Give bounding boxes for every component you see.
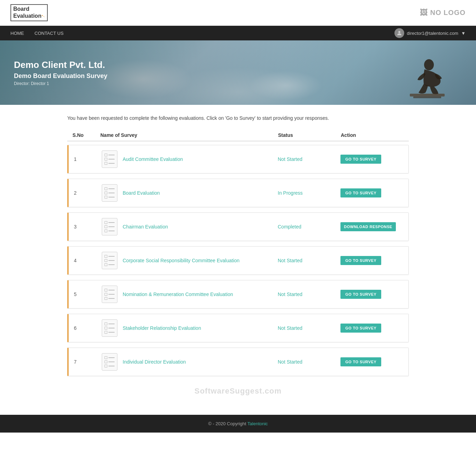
table-row: 6 — [67, 314, 409, 342]
status-badge: In Progress — [278, 190, 340, 196]
nav-contact[interactable]: CONTACT US — [34, 26, 63, 40]
survey-icon — [102, 319, 117, 337]
survey-name[interactable]: Corporate Social Responsibility Committe… — [123, 258, 239, 263]
survey-name[interactable]: Stakeholder Relationship Evaluation — [123, 325, 201, 331]
survey-icon — [102, 184, 117, 202]
footer-brand[interactable]: Talentonic — [247, 421, 268, 426]
table-header: S.No Name of Survey Status Action — [67, 130, 409, 141]
watermark: SoftwareSuggest.com — [67, 381, 409, 397]
go-to-survey-button[interactable]: GO TO SURVEY — [340, 188, 381, 197]
go-to-survey-button[interactable]: GO TO SURVEY — [340, 155, 381, 164]
status-badge: Not Started — [278, 325, 340, 331]
nav-bar: HOME CONTACT US director1@talentonic.com… — [0, 26, 476, 40]
row-action: DOWNLOAD RESPONSE — [340, 222, 403, 231]
row-survey-info: Nomination & Remuneration Committee Eval… — [102, 286, 278, 303]
no-logo-text: NO LOGO — [430, 9, 466, 17]
footer: © - 2020 Copyright Talentonic — [0, 415, 476, 433]
survey-name[interactable]: Audit Committee Evaluation — [123, 156, 183, 162]
svg-point-1 — [424, 59, 434, 70]
svg-rect-3 — [413, 96, 441, 98]
col-action: Action — [341, 132, 404, 138]
instruction-text: You have been requested to complete the … — [67, 115, 409, 121]
nav-home[interactable]: HOME — [10, 26, 24, 40]
row-survey-info: Audit Committee Evaluation — [102, 150, 278, 168]
row-number: 4 — [74, 258, 102, 263]
avatar — [394, 28, 404, 38]
survey-icon — [102, 286, 117, 303]
row-number: 5 — [74, 292, 102, 297]
row-action: GO TO SURVEY — [340, 256, 403, 265]
row-survey-info: Stakeholder Relationship Evaluation — [102, 319, 278, 337]
row-number: 6 — [74, 325, 102, 331]
survey-list: 1 — [67, 145, 409, 376]
survey-name[interactable]: Chairman Evaluation — [123, 224, 168, 230]
col-sno: S.No — [72, 132, 100, 138]
image-icon: 🖼 — [420, 8, 428, 17]
hero-survey: Demo Board Evaluation Survey — [14, 72, 107, 80]
survey-name[interactable]: Individual Director Evaluation — [123, 359, 186, 365]
status-badge: Not Started — [278, 292, 340, 297]
survey-icon — [102, 218, 117, 235]
table-row: 7 — [67, 348, 409, 376]
main-content: You have been requested to complete the … — [46, 105, 430, 408]
hero-figure — [399, 49, 455, 105]
row-survey-info: Chairman Evaluation — [102, 218, 278, 235]
status-badge: Not Started — [278, 359, 340, 365]
survey-name[interactable]: Board Evaluation — [123, 190, 160, 196]
no-logo-area: 🖼 NO LOGO — [420, 8, 466, 17]
table-row: 4 — [67, 246, 409, 275]
logo-line2: Evaluation··· — [13, 12, 45, 20]
hero-company: Demo Client Pvt. Ltd. — [14, 60, 107, 70]
nav-user: director1@talentonic.com ▼ — [394, 28, 466, 38]
row-action: GO TO SURVEY — [340, 290, 403, 299]
table-row: 5 — [67, 280, 409, 309]
row-survey-info: Board Evaluation — [102, 184, 278, 202]
top-header: Board Evaluation··· 🖼 NO LOGO — [0, 0, 476, 26]
col-status: Status — [278, 132, 341, 138]
logo-line1: Board — [13, 6, 45, 12]
dropdown-icon[interactable]: ▼ — [461, 31, 466, 36]
survey-icon — [102, 150, 117, 168]
row-survey-info: Corporate Social Responsibility Committe… — [102, 252, 278, 269]
footer-copyright: © - 2020 Copyright — [208, 421, 247, 426]
table-row: 1 — [67, 145, 409, 173]
go-to-survey-button[interactable]: GO TO SURVEY — [340, 256, 381, 265]
row-number: 3 — [74, 224, 102, 230]
survey-icon — [102, 252, 117, 269]
hero-banner: Demo Client Pvt. Ltd. Demo Board Evaluat… — [0, 40, 476, 105]
row-action: GO TO SURVEY — [340, 324, 403, 333]
table-row: 3 — [67, 212, 409, 241]
svg-rect-2 — [410, 94, 445, 96]
row-action: GO TO SURVEY — [340, 188, 403, 197]
col-name: Name of Survey — [100, 132, 278, 138]
status-badge: Not Started — [278, 258, 340, 263]
nav-links: HOME CONTACT US — [10, 26, 63, 40]
svg-point-0 — [398, 31, 400, 33]
row-number: 7 — [74, 359, 102, 365]
row-action: GO TO SURVEY — [340, 155, 403, 164]
hero-director: Director: Director 1 — [14, 81, 107, 86]
survey-name[interactable]: Nomination & Remuneration Committee Eval… — [123, 292, 233, 297]
survey-icon — [102, 353, 117, 371]
row-number: 2 — [74, 190, 102, 196]
row-number: 1 — [74, 156, 102, 162]
status-badge: Not Started — [278, 156, 340, 162]
download-response-button[interactable]: DOWNLOAD RESPONSE — [340, 222, 396, 231]
table-row: 2 — [67, 179, 409, 207]
row-action: GO TO SURVEY — [340, 357, 403, 366]
go-to-survey-button[interactable]: GO TO SURVEY — [340, 324, 381, 333]
row-survey-info: Individual Director Evaluation — [102, 353, 278, 371]
status-badge: Completed — [278, 224, 340, 230]
logo-area: Board Evaluation··· — [10, 4, 49, 21]
go-to-survey-button[interactable]: GO TO SURVEY — [340, 357, 381, 366]
user-email: director1@talentonic.com — [407, 31, 459, 36]
go-to-survey-button[interactable]: GO TO SURVEY — [340, 290, 381, 299]
hero-content: Demo Client Pvt. Ltd. Demo Board Evaluat… — [0, 49, 121, 96]
